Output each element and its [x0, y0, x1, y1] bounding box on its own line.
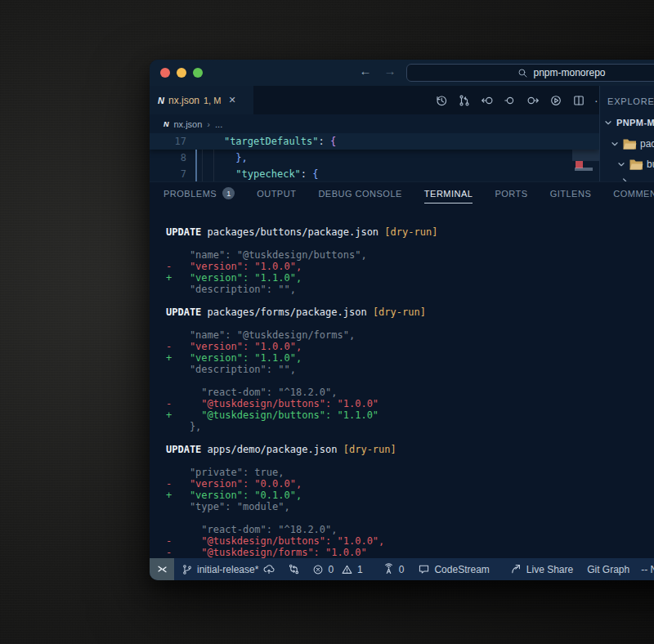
terminal-update-header: UPDATE packages/forms/package.json [dry-…: [166, 306, 437, 318]
next-change-icon[interactable]: [523, 92, 542, 110]
nx-file-icon: N: [158, 96, 164, 105]
panel-tab-terminal[interactable]: TERMINAL: [424, 189, 473, 203]
terminal-blank-line: [166, 375, 437, 387]
nx-file-icon: N: [164, 120, 169, 128]
panel-tab-ports[interactable]: PORTS: [495, 189, 527, 203]
error-count: 0: [328, 564, 334, 575]
editor-line-17[interactable]: 17 "targetDefaults": {: [150, 133, 599, 150]
vim-mode-label: -- NORMAL --: [641, 564, 654, 575]
explorer-root-folder[interactable]: PNPM-MONOREPO: [603, 118, 654, 127]
terminal-blank-line: [166, 512, 437, 524]
line-number: 8: [150, 152, 186, 163]
folder-open-icon: [629, 159, 643, 170]
timeline-icon[interactable]: [432, 92, 450, 110]
panel-tab-comments[interactable]: COMMENTS: [613, 189, 654, 203]
explorer-folder-buttons[interactable]: buttons: [616, 159, 654, 170]
zoom-window-button[interactable]: [193, 68, 203, 78]
gutter-modified-indicator: [195, 150, 197, 181]
breadcrumb-file[interactable]: nx.json: [174, 119, 203, 129]
indent-guide: [202, 150, 203, 181]
explorer-header: EXPLORER: [607, 96, 654, 106]
editor-line-7[interactable]: 7 "typecheck": {: [150, 166, 599, 181]
terminal-context-line: },: [166, 421, 437, 432]
git-graph-item[interactable]: Git Graph: [587, 564, 629, 575]
terminal-context-line: "private": true,: [166, 467, 437, 478]
explorer-folder-packages[interactable]: packages: [610, 138, 654, 150]
title-bar: ← → pnpm-monorepo: [150, 60, 654, 86]
tab-label: nx.json: [168, 95, 199, 106]
live-share-icon: [510, 563, 522, 575]
terminal-diff-added: + "version": "1.1.0",: [166, 272, 437, 284]
minimize-window-button[interactable]: [177, 68, 186, 78]
editor-actions: ···: [432, 92, 611, 110]
breadcrumb-separator-icon: ›: [207, 119, 210, 129]
remote-icon: [156, 563, 168, 575]
panel-tab-problems[interactable]: PROBLEMS1: [164, 187, 235, 204]
panel-tab-label: OUTPUT: [257, 189, 296, 199]
terminal-context-line: "type": "module",: [166, 501, 437, 512]
live-share-item[interactable]: Live Share: [510, 563, 573, 575]
compare-changes-icon[interactable]: [455, 92, 473, 110]
indent-guide: [213, 150, 214, 181]
window-controls: [160, 68, 203, 78]
terminal-diff-added: + "@tuskdesign/buttons": "1.1.0": [166, 409, 437, 421]
panel-tab-label: TERMINAL: [424, 189, 473, 199]
vim-mode-indicator[interactable]: -- NORMAL --: [641, 564, 654, 575]
terminal-update-header: UPDATE packages/buttons/package.json [dr…: [166, 226, 437, 238]
terminal-context-line: "name": "@tuskdesign/buttons",: [166, 249, 437, 261]
git-fetch-icon: [288, 563, 300, 575]
folder-open-icon: [623, 138, 637, 150]
tab-nx-json[interactable]: N nx.json 1, M ✕: [150, 86, 253, 114]
cloud-upload-icon: [262, 563, 275, 575]
search-value: pnpm-monorepo: [533, 67, 605, 78]
current-change-icon[interactable]: [500, 92, 519, 110]
code-text: "targetDefaults": {: [200, 136, 336, 147]
breadcrumb[interactable]: N nx.json › ...: [150, 114, 599, 133]
minimap-text-mark: [575, 168, 593, 171]
terminal-context-line: "description": "",: [166, 364, 437, 375]
breadcrumb-symbol[interactable]: ...: [215, 119, 222, 129]
terminal-output[interactable]: UPDATE packages/buttons/package.json [dr…: [166, 226, 437, 558]
branch-indicator[interactable]: initial-release*: [181, 563, 275, 575]
git-branch-icon: [181, 564, 193, 575]
branch-name: initial-release*: [197, 564, 258, 575]
terminal-diff-removed: - "@tuskdesign/forms": "1.0.0": [166, 547, 437, 558]
code-text: },: [200, 152, 248, 163]
panel-tab-label: COMMENTS: [613, 189, 654, 199]
navigate-forward-icon[interactable]: →: [383, 64, 397, 78]
terminal-diff-removed: - "version": "0.0.0",: [166, 478, 437, 490]
line-number: 17: [150, 136, 186, 147]
editor-line-8[interactable]: 8 },: [150, 150, 599, 166]
terminal-context-line: "react-dom": "^18.2.0",: [166, 387, 437, 398]
remote-indicator[interactable]: [150, 558, 174, 580]
command-center-search[interactable]: pnpm-monorepo: [406, 64, 654, 82]
gitlens-compare[interactable]: [288, 563, 300, 575]
split-editor-icon[interactable]: [569, 92, 588, 110]
terminal-blank-line: [166, 318, 437, 329]
terminal-context-line: "react-dom": "^18.2.0",: [166, 524, 437, 535]
previous-change-icon[interactable]: [477, 92, 496, 110]
feedback-indicator[interactable]: 0: [383, 563, 405, 575]
warning-count: 1: [357, 564, 363, 575]
panel-tab-gitlens[interactable]: GITLENS: [550, 189, 592, 203]
search-icon: [517, 68, 528, 78]
terminal-context-line: "name": "@tuskdesign/forms",: [166, 329, 437, 341]
panel-tab-bar: PROBLEMS1OUTPUTDEBUG CONSOLETERMINALPORT…: [164, 187, 654, 204]
close-window-button[interactable]: [160, 68, 170, 78]
codestream-item[interactable]: CodeStream: [418, 563, 489, 575]
panel-tab-label: DEBUG CONSOLE: [318, 189, 401, 199]
terminal-diff-removed: - "version": "1.0.0",: [166, 341, 437, 352]
problems-indicator[interactable]: 0 1: [312, 564, 362, 575]
navigate-back-icon[interactable]: ←: [358, 64, 373, 78]
run-file-icon[interactable]: [546, 92, 565, 110]
terminal-diff-removed: - "version": "1.0.0",: [166, 261, 437, 272]
close-tab-icon[interactable]: ✕: [228, 95, 235, 105]
terminal-update-header: UPDATE apps/demo/package.json [dry-run]: [166, 444, 437, 455]
comment-icon: [418, 563, 430, 575]
terminal-diff-added: + "version": "1.1.0",: [166, 352, 437, 364]
terminal-diff-added: + "version": "0.1.0",: [166, 490, 437, 501]
panel-tab-output[interactable]: OUTPUT: [257, 189, 296, 203]
panel-tab-debug-console[interactable]: DEBUG CONSOLE: [318, 189, 401, 203]
code-editor[interactable]: 17 "targetDefaults": {8 },7 "typecheck":…: [150, 133, 599, 181]
panel-tab-label: PROBLEMS: [164, 189, 217, 199]
